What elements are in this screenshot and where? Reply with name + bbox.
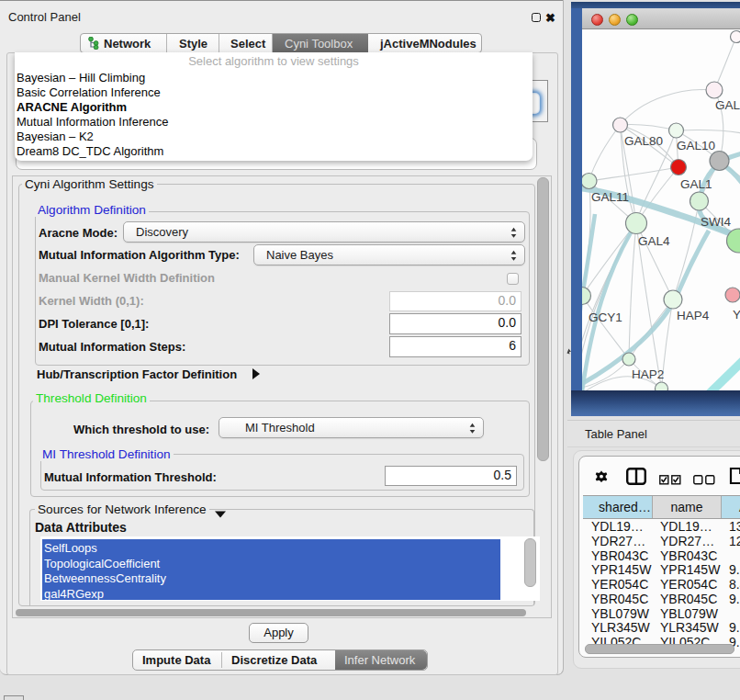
svg-text:GAL1: GAL1 <box>680 177 712 191</box>
svg-text:GAL4: GAL4 <box>638 234 670 248</box>
svg-text:GCY1: GCY1 <box>589 310 622 324</box>
svg-text:SWI4: SWI4 <box>701 215 731 229</box>
svg-text:GAL80: GAL80 <box>624 134 663 148</box>
svg-text:GAL10: GAL10 <box>677 139 715 152</box>
svg-text:Y: Y <box>733 308 740 322</box>
svg-text:GAL11: GAL11 <box>591 190 629 204</box>
svg-text:GAL: GAL <box>715 98 740 112</box>
svg-text:HAP4: HAP4 <box>677 309 710 322</box>
svg-text:HAP2: HAP2 <box>632 367 664 381</box>
